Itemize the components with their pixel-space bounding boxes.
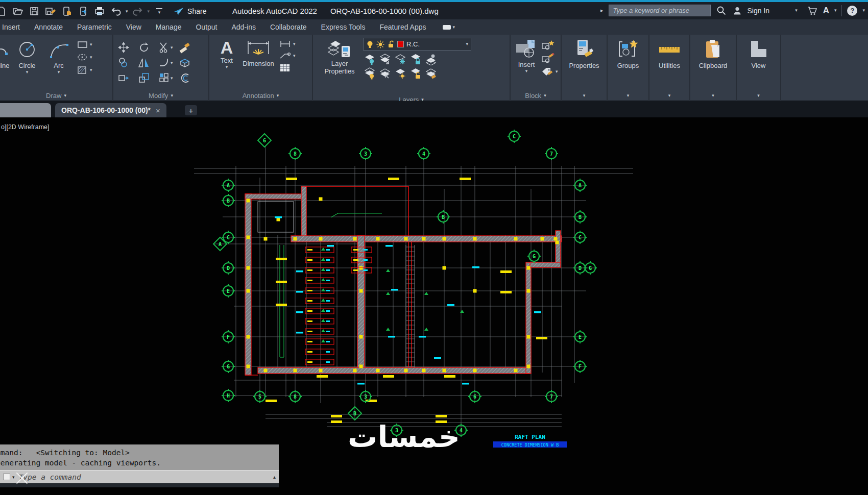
signin-dropdown-icon[interactable]: ▾ — [795, 8, 798, 13]
block-attributes-icon[interactable] — [541, 66, 554, 77]
arc-dropdown-icon[interactable]: ▾ — [58, 70, 60, 75]
draw-panel-label[interactable]: Draw▾ — [0, 90, 112, 101]
layer-thaw-all-icon[interactable] — [394, 67, 407, 80]
layer-isolate-icon[interactable] — [378, 53, 392, 65]
block-panel-label[interactable]: Block▾ — [511, 90, 561, 101]
search-input[interactable] — [609, 5, 711, 16]
panel-utilities[interactable]: Utilities ▾ — [649, 35, 690, 101]
layer-unisolate-icon[interactable] — [378, 67, 392, 80]
layer-properties-button[interactable]: Layer Properties — [321, 38, 358, 76]
file-tab-close-icon[interactable]: × — [156, 106, 160, 115]
arc-button[interactable]: Arc ▾ — [43, 38, 75, 75]
search-flyout-icon[interactable]: ▸ — [600, 8, 604, 13]
layer-select-caret-icon[interactable]: ▾ — [466, 42, 468, 46]
autodesk-logo-icon[interactable]: A — [823, 6, 829, 16]
tab-output[interactable]: Output — [188, 19, 224, 35]
leader-dropdown-icon[interactable]: ▾ — [293, 54, 296, 58]
command-input-row[interactable]: ▾ Type a command ▴ — [0, 470, 279, 483]
mirror-icon[interactable] — [138, 57, 150, 69]
new-file-icon[interactable] — [0, 5, 8, 18]
sign-in-label[interactable]: Sign In — [748, 7, 770, 15]
layer-unlock-all-icon[interactable] — [409, 67, 422, 80]
save-icon[interactable] — [28, 5, 41, 18]
move-icon[interactable] — [117, 41, 130, 54]
undo-dropdown-icon[interactable]: ▾ — [126, 9, 128, 14]
dimension-button[interactable]: Dimension — [239, 38, 278, 68]
panel-clipboard[interactable]: Clipboard ▾ — [690, 35, 737, 101]
modify-panel-label[interactable]: Modify▾ — [113, 90, 208, 101]
edit-block-icon[interactable] — [541, 53, 554, 63]
redo-dropdown-icon[interactable]: ▾ — [148, 9, 150, 14]
fillet-icon[interactable] — [158, 57, 170, 69]
polyline-button[interactable]: yline — [0, 38, 11, 70]
drawing-canvas[interactable]: o][2D Wireframe] 83476CABCDEFGHAABCDEFGB… — [0, 117, 868, 495]
hatch-icon[interactable] — [77, 65, 89, 75]
insert-block-button[interactable]: Insert ▾ — [513, 38, 540, 73]
table-icon[interactable] — [279, 63, 292, 72]
trim-icon[interactable] — [158, 41, 170, 54]
text-dropdown-icon[interactable]: ▾ — [226, 65, 228, 69]
layer-on-bulb-icon[interactable] — [366, 40, 374, 48]
rectangle-dropdown-icon[interactable]: ▾ — [90, 42, 92, 47]
circle-dropdown-icon[interactable]: ▾ — [26, 70, 29, 75]
tab-featured-apps[interactable]: Featured Apps — [372, 19, 433, 35]
layer-thaw-sun-icon[interactable] — [376, 40, 384, 48]
panel-groups[interactable]: Groups ▾ — [608, 35, 649, 101]
tab-insert[interactable]: Insert — [0, 19, 27, 35]
command-window[interactable]: mmand: <Switching to: Model> generating … — [0, 444, 279, 487]
array-icon[interactable] — [158, 72, 170, 84]
share-button[interactable]: Share — [173, 6, 206, 16]
layer-lock-icon[interactable] — [409, 53, 422, 65]
insert-dropdown-icon[interactable]: ▾ — [525, 69, 528, 73]
open-from-mobile-icon[interactable] — [77, 5, 90, 18]
undo-icon[interactable] — [109, 5, 123, 18]
block-attr-dropdown-icon[interactable]: ▾ — [556, 69, 558, 74]
print-icon[interactable] — [93, 5, 106, 18]
annotation-panel-label[interactable]: Annotation▾ — [209, 90, 312, 101]
tab-add-ins[interactable]: Add-ins — [224, 19, 262, 35]
erase-icon[interactable] — [179, 41, 191, 54]
command-input-placeholder[interactable]: Type a command — [19, 473, 271, 481]
offset-icon[interactable] — [179, 72, 191, 84]
save-to-mobile-icon[interactable] — [60, 5, 74, 18]
tab-parametric[interactable]: Parametric — [70, 19, 119, 35]
save-as-icon[interactable] — [44, 5, 57, 18]
layer-match-icon[interactable] — [424, 67, 438, 80]
panel-view[interactable]: View ▾ — [737, 35, 781, 101]
ellipse-dropdown-icon[interactable]: ▾ — [90, 55, 92, 60]
array-dropdown-icon[interactable]: ▾ — [171, 76, 173, 81]
scale-icon[interactable] — [138, 72, 150, 84]
command-history-toggle-icon[interactable]: ▴ — [273, 474, 276, 480]
search-icon[interactable] — [716, 5, 727, 16]
rectangle-icon[interactable] — [77, 40, 89, 49]
redo-icon[interactable] — [131, 5, 144, 18]
command-customize-icon[interactable] — [3, 474, 10, 480]
tab-manage[interactable]: Manage — [149, 19, 189, 35]
layer-freeze-icon[interactable] — [394, 53, 407, 65]
file-tab-partial[interactable] — [0, 103, 51, 117]
rotate-icon[interactable] — [138, 41, 150, 54]
layer-color-swatch[interactable] — [397, 41, 404, 47]
tab-collaborate[interactable]: Collaborate — [263, 19, 314, 35]
help-icon[interactable]: ? — [847, 6, 857, 16]
ellipse-icon[interactable] — [77, 53, 89, 62]
tab-view[interactable]: View — [119, 19, 149, 35]
text-button[interactable]: A Text ▾ — [214, 38, 239, 69]
layer-select[interactable]: R.C. ▾ — [363, 38, 471, 51]
linear-dimension-icon[interactable] — [279, 40, 292, 48]
new-tab-button[interactable]: + — [185, 105, 197, 115]
tab-express-tools[interactable]: Express Tools — [314, 19, 373, 35]
hatch-dropdown-icon[interactable]: ▾ — [90, 68, 92, 72]
file-tab-active[interactable]: ORQ-AB-106-00-1000 (00)* × — [55, 103, 166, 117]
panel-properties[interactable]: Properties ▾ — [562, 35, 608, 101]
copy-icon[interactable] — [117, 57, 130, 69]
create-block-icon[interactable] — [541, 40, 554, 50]
help-dropdown-icon[interactable]: ▾ — [862, 8, 865, 13]
cart-icon[interactable] — [807, 6, 818, 16]
ribbon-minimize-button[interactable]: ▾ — [443, 25, 455, 30]
layer-on-all-icon[interactable] — [363, 67, 376, 80]
layer-make-current-icon[interactable] — [424, 53, 438, 65]
open-folder-icon[interactable] — [11, 5, 25, 18]
tab-annotate[interactable]: Annotate — [27, 19, 70, 35]
qat-customize-icon[interactable]: ▾ — [153, 5, 166, 18]
